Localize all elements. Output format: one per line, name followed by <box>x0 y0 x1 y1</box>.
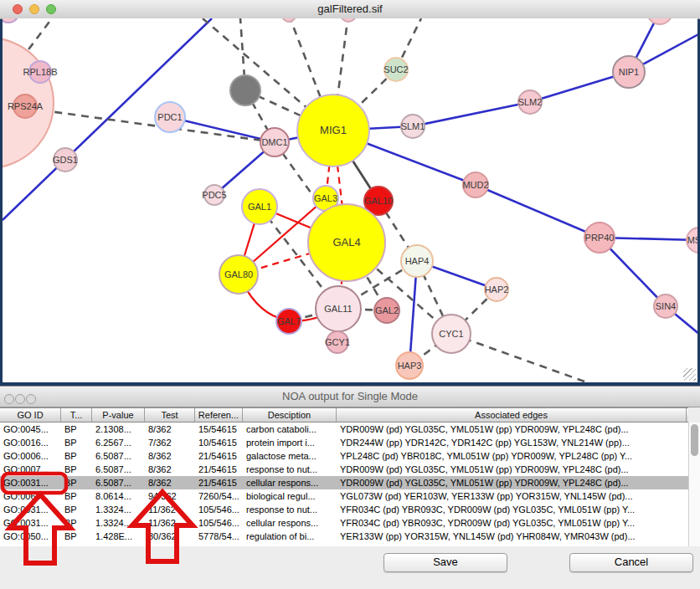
column-header-desciption[interactable]: Desciption <box>243 408 337 422</box>
network-node-sin4[interactable]: SIN4 <box>654 294 677 318</box>
network-node-tl[interactable] <box>3 18 19 23</box>
column-header-test[interactable]: Test <box>145 408 195 422</box>
table-cell: YGL073W (pd) YER103W, YER133W (pp) YOR31… <box>337 489 687 503</box>
node-label: RPS24A <box>8 101 44 111</box>
network-node-gal7[interactable]: GAL7 <box>276 309 301 334</box>
node-label: PDC5 <box>202 190 226 200</box>
table-cell: YFR034C (pd) YBR093C, YDR009W (pd) YGL03… <box>337 503 687 516</box>
table-cell: BP <box>61 423 92 436</box>
network-node-prp40[interactable]: PRP40 <box>584 223 615 253</box>
table-row[interactable]: GO:0050...BP1.428E...80/3625778/54...reg… <box>0 530 688 543</box>
table-cell: BP <box>61 476 92 489</box>
table-cell: BP <box>61 530 92 543</box>
network-node-gal11[interactable]: GAL11 <box>316 286 361 331</box>
network-node-slm2[interactable]: SLM2 <box>518 90 543 114</box>
node-label: PRP40 <box>585 233 615 243</box>
node-label: HAP3 <box>398 361 422 371</box>
table-cell: 1.3324... <box>92 516 145 530</box>
table-row[interactable]: GO:0031...BP1.3324...11/362105/546...res… <box>0 503 688 516</box>
network-node-hap3[interactable]: HAP3 <box>396 352 423 379</box>
column-header-go-id[interactable]: GO ID <box>0 408 61 422</box>
node-label: HAP2 <box>485 284 509 294</box>
table-row[interactable]: GO:0016...BP6.2567...7/36210/54615protei… <box>0 436 688 449</box>
table-cell: cellular respons... <box>243 516 337 530</box>
noa-output-window: NOA output for Single Mode GO IDT...P-va… <box>0 386 700 589</box>
node-label: GAL10 <box>364 196 393 206</box>
table-cell: 21/54615 <box>195 449 243 463</box>
table-cell: YFR034C (pd) YBR093C, YDR009W (pd) YGL03… <box>337 516 687 530</box>
resize-handle[interactable] <box>683 368 696 381</box>
network-node-suc2[interactable]: SUC2 <box>383 58 408 81</box>
table-cell: 10/54615 <box>195 436 243 449</box>
cancel-button[interactable]: Cancel <box>569 553 693 572</box>
network-node-nip1[interactable]: NIP1 <box>613 56 645 88</box>
table-row[interactable]: GO:0065...BP8.0614...94/3627260/54...bio… <box>0 489 688 503</box>
table-scrollbar[interactable] <box>688 423 700 546</box>
table-cell: 105/546... <box>195 516 243 530</box>
node-label: PDC1 <box>157 112 182 122</box>
network-node-mud2[interactable]: MUD2 <box>462 172 488 197</box>
table-row[interactable]: GO:0031...BP6.5087...8/36221/54615cellul… <box>0 476 688 489</box>
network-node-tc1[interactable] <box>282 18 296 22</box>
node-label: MUD2 <box>462 180 488 190</box>
table-cell: 105/546... <box>195 503 243 516</box>
node-label: CYC1 <box>439 329 463 339</box>
network-node-mig1[interactable]: MIG1 <box>297 95 369 166</box>
save-button[interactable]: Save <box>383 553 507 572</box>
noa-window-titlebar: NOA output for Single Mode <box>0 387 700 407</box>
node-label: SIN4 <box>656 301 676 311</box>
network-node-msl1[interactable]: MSL1 <box>687 228 697 253</box>
table-row[interactable]: GO:0045...BP2.1308...8/36215/54615carbon… <box>0 423 688 436</box>
network-node-tr[interactable] <box>647 18 672 24</box>
table-cell: BP <box>61 436 92 449</box>
node-label: GAL1 <box>248 202 271 212</box>
network-window-titlebar: galFiltered.sif <box>0 0 700 19</box>
table-cell: 7/362 <box>145 436 195 449</box>
noa-window-title: NOA output for Single Mode <box>0 387 700 407</box>
table-cell: 6.2567... <box>92 436 145 449</box>
network-node-pdc1[interactable]: PDC1 <box>155 102 185 132</box>
column-header-associated-edges[interactable]: Associated edges <box>337 408 687 422</box>
network-node-hap4[interactable]: HAP4 <box>401 245 433 277</box>
table-cell: 8/362 <box>145 449 195 463</box>
network-node-gray[interactable] <box>230 75 260 105</box>
node-label: GAL2 <box>375 305 399 315</box>
table-cell: GO:0031... <box>0 516 61 530</box>
network-node-dmc1[interactable]: DMC1 <box>260 128 289 156</box>
table-cell: GO:0031... <box>0 503 61 516</box>
table-cell: GO:0045... <box>0 423 61 436</box>
table-cell: GO:0006... <box>0 449 61 463</box>
column-header-t[interactable]: T... <box>61 408 92 422</box>
table-cell: 11/362 <box>145 516 195 530</box>
network-node-cyc1[interactable]: CYC1 <box>432 315 471 353</box>
node-label: GCY1 <box>325 337 350 347</box>
table-row[interactable]: GO:0007...BP6.5087...8/36221/54615respon… <box>0 463 688 476</box>
column-header-p-value[interactable]: P-value <box>92 408 145 422</box>
network-edge <box>413 102 530 126</box>
network-node-slm1[interactable]: SLM1 <box>401 115 425 138</box>
table-cell: 11/362 <box>145 503 195 516</box>
network-canvas[interactable]: RPL18BRPS24AGDS1PDC1DMC1MIG1SUC2SLM1SLM2… <box>3 18 697 382</box>
table-cell: YDR009W (pd) YGL035C, YML051W (pp) YDR00… <box>337 463 687 476</box>
node-label: GAL80 <box>224 269 253 279</box>
table-cell: 1.3324... <box>92 503 145 516</box>
node-label: SLM1 <box>401 121 425 131</box>
node-label: MSL1 <box>687 235 697 245</box>
network-node-gal2[interactable]: GAL2 <box>374 298 399 323</box>
table-cell: GO:0016... <box>0 436 61 449</box>
node-label: GAL7 <box>277 316 301 326</box>
network-node-gds1[interactable]: GDS1 <box>53 148 78 172</box>
table-cell: 1.428E... <box>92 530 145 543</box>
network-node-gal4[interactable]: GAL4 <box>308 204 385 281</box>
network-node-tc2[interactable] <box>341 18 356 22</box>
network-node-gal80[interactable]: GAL80 <box>219 255 258 294</box>
table-row[interactable]: GO:0006...BP6.5087...8/36221/54615galact… <box>0 449 688 463</box>
network-node-gcy1[interactable]: GCY1 <box>325 331 350 353</box>
node-label: MIG1 <box>320 124 347 136</box>
scrollbar-thumb[interactable] <box>691 424 698 456</box>
table-cell: YDR009W (pd) YGL035C, YML051W (pp) YDR00… <box>337 476 687 489</box>
network-node-hap2[interactable]: HAP2 <box>485 278 509 301</box>
network-node-gal1[interactable]: GAL1 <box>242 189 277 224</box>
column-header-referen[interactable]: Referen... <box>195 408 243 422</box>
table-row[interactable]: GO:0031...BP1.3324...11/362105/546...cel… <box>0 516 688 530</box>
